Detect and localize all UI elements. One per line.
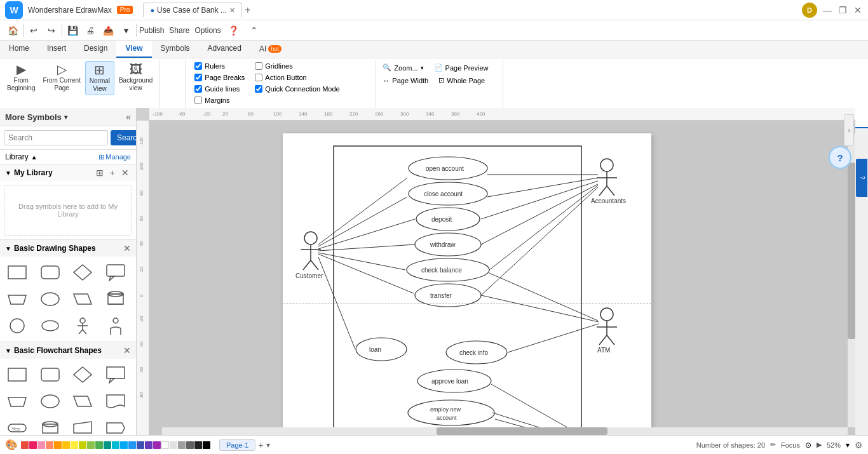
page-1-tab[interactable]: Page-1	[219, 439, 255, 451]
basic-drawing-header[interactable]: ▼ Basic Drawing Shapes ✕	[0, 240, 136, 257]
canvas-area[interactable]: -100 -60 -20 20 60 100 140 180 220 260 3…	[137, 108, 855, 435]
tab-ai[interactable]: AI hot	[250, 41, 290, 58]
color-black[interactable]	[203, 441, 210, 449]
page-breaks-checkbox[interactable]	[194, 74, 202, 81]
color-white[interactable]	[161, 441, 169, 449]
my-library-arrow[interactable]: ▼	[5, 170, 11, 177]
color-teal[interactable]	[104, 441, 111, 449]
v-scroll-thumb[interactable]	[848, 163, 855, 339]
tab-design[interactable]: Design	[75, 41, 116, 58]
quick-connection-check[interactable]: Quick Connection Mode	[255, 85, 339, 93]
guide-lines-check[interactable]: Guide lines	[194, 85, 245, 93]
flowchart-parallelogram[interactable]	[69, 389, 96, 413]
background-view-button[interactable]: 🖼 Backgroundview	[116, 61, 156, 94]
canvas-content[interactable]: Customer ATM Accountants	[149, 121, 855, 435]
panel-dropdown-icon[interactable]: ▾	[64, 114, 67, 121]
redo-button[interactable]: ↪	[44, 23, 59, 38]
tab-close[interactable]: ✕	[229, 6, 235, 15]
color-yellow[interactable]	[71, 441, 78, 449]
my-library-expand-button[interactable]: ⊞	[94, 167, 105, 178]
right-panel-button[interactable]: ?	[856, 159, 867, 197]
color-light-green[interactable]	[87, 441, 95, 449]
close-button[interactable]: ✕	[853, 5, 863, 15]
color-red[interactable]	[21, 441, 29, 449]
normal-view-button[interactable]: ⊞ NormalView	[85, 61, 114, 95]
library-chevron-up[interactable]: ▲	[31, 154, 37, 161]
tab-home[interactable]: Home	[0, 41, 38, 58]
page-preview-button[interactable]: 📄 Page Preview	[431, 62, 491, 73]
new-tab-button[interactable]: +	[245, 4, 250, 16]
help-button[interactable]: ❓	[226, 23, 241, 38]
settings-button[interactable]: ⚙	[855, 440, 863, 450]
shape-cylinder[interactable]	[102, 287, 129, 311]
gridlines-checkbox[interactable]	[255, 62, 262, 70]
current-tab[interactable]: ● Use Case of Bank ... ✕	[143, 3, 242, 17]
color-orange-light[interactable]	[46, 441, 53, 449]
search-input[interactable]	[4, 130, 108, 145]
shape-rectangle[interactable]	[4, 260, 31, 284]
options-button[interactable]: Options	[194, 26, 220, 35]
shape-rounded-rect[interactable]	[37, 260, 64, 284]
from-beginning-button[interactable]: ▶ FromBeginning	[4, 61, 38, 94]
publish-button[interactable]: Publish	[139, 26, 164, 35]
flowchart-drum[interactable]	[37, 416, 64, 435]
search-button[interactable]: Search	[111, 130, 137, 145]
vertical-scrollbar[interactable]	[848, 133, 855, 427]
flowchart-delay[interactable]	[102, 416, 129, 435]
minimize-button[interactable]: —	[822, 5, 832, 15]
flowchart-trapezoid[interactable]	[4, 389, 31, 413]
page-width-button[interactable]: ↔ Page Width	[380, 75, 431, 86]
color-light-pink[interactable]	[37, 441, 45, 449]
page-list-button[interactable]: ▾	[266, 441, 270, 450]
guide-lines-checkbox[interactable]	[194, 85, 202, 93]
export-button[interactable]: 📤	[100, 23, 116, 38]
undo-button[interactable]: ↩	[26, 23, 41, 38]
save-button[interactable]: 💾	[65, 23, 80, 38]
flowchart-callout[interactable]	[102, 363, 129, 387]
expand-button[interactable]: ⌃	[247, 23, 262, 38]
share-button[interactable]: Share	[169, 26, 189, 35]
color-picker-icon[interactable]: 🎨	[5, 439, 18, 451]
shape-person[interactable]	[69, 314, 96, 338]
whole-page-button[interactable]: ⊡ Whole Page	[436, 75, 487, 86]
color-near-black[interactable]	[194, 441, 202, 449]
shape-circle[interactable]	[4, 314, 31, 338]
h-scroll-thumb[interactable]	[437, 427, 608, 435]
tab-advanced[interactable]: Advanced	[199, 41, 250, 58]
basic-drawing-close[interactable]: ✕	[123, 243, 131, 253]
shape-callout[interactable]	[102, 260, 129, 284]
color-green[interactable]	[95, 441, 103, 449]
color-orange[interactable]	[54, 441, 62, 449]
color-indigo[interactable]	[137, 441, 144, 449]
help-circle-button[interactable]: ?	[829, 146, 851, 169]
shape-diamond[interactable]	[69, 260, 96, 284]
shape-ellipse[interactable]	[37, 287, 64, 311]
add-page-button[interactable]: +	[258, 440, 263, 450]
right-collapse-button[interactable]: ›	[844, 114, 854, 146]
color-light-blue[interactable]	[120, 441, 128, 449]
tab-view[interactable]: View	[116, 41, 151, 58]
shape-oval[interactable]	[37, 314, 64, 338]
zoom-button[interactable]: 🔍 Zoom... ▾	[380, 62, 426, 73]
rulers-checkbox[interactable]	[194, 62, 202, 70]
quick-connection-checkbox[interactable]	[255, 85, 262, 93]
flowchart-manual-input[interactable]	[69, 416, 96, 435]
color-gray[interactable]	[178, 441, 186, 449]
home-button[interactable]: 🏠	[5, 23, 20, 38]
shape-parallelogram[interactable]	[69, 287, 96, 311]
print-button[interactable]: 🖨	[83, 23, 98, 38]
maximize-button[interactable]: ❐	[837, 5, 848, 15]
from-current-page-button[interactable]: ▷ From CurrentPage	[39, 61, 83, 94]
color-cyan[interactable]	[112, 441, 119, 449]
flowchart-doc[interactable]	[102, 389, 129, 413]
color-lime[interactable]	[79, 441, 86, 449]
basic-flowchart-close[interactable]: ✕	[123, 345, 131, 356]
action-button-check[interactable]: Action Button	[255, 74, 339, 81]
my-library-add-button[interactable]: +	[108, 167, 117, 178]
my-library-close-button[interactable]: ✕	[119, 167, 131, 178]
flowchart-rounded[interactable]	[37, 363, 64, 387]
color-dark-gray[interactable]	[186, 441, 194, 449]
page-breaks-check[interactable]: Page Breaks	[194, 74, 245, 81]
shape-trapezoid[interactable]	[4, 287, 31, 311]
color-deep-purple[interactable]	[145, 441, 153, 449]
